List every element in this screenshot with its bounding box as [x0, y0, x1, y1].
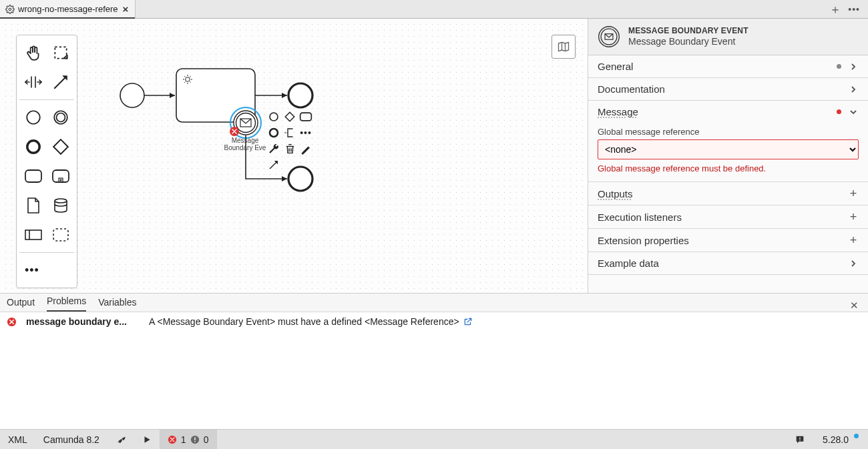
problem-source: message boundary e... [26, 316, 140, 327]
properties-header: MESSAGE BOUNDARY EVENT Message Boundary … [588, 19, 868, 55]
ctx-task[interactable] [298, 109, 314, 125]
svg-rect-23 [300, 113, 312, 121]
tab-variables[interactable]: Variables [98, 294, 136, 312]
section-ext-props[interactable]: Extension properties + [588, 229, 868, 252]
svg-rect-31 [194, 437, 195, 440]
svg-point-25 [599, 27, 620, 47]
error-icon [7, 317, 17, 327]
message-event-icon [598, 25, 620, 48]
ctx-gateway[interactable] [282, 109, 298, 125]
chevron-right-icon [848, 61, 859, 72]
status-dot-icon [837, 64, 841, 69]
section-exec-listeners[interactable]: Execution listeners + [588, 205, 868, 228]
bottom-tabs: Output Problems Variables ✕ [0, 294, 868, 312]
svg-rect-32 [194, 441, 195, 442]
tab-overflow-menu[interactable]: ••• [848, 4, 860, 15]
ctx-color[interactable] [298, 141, 314, 157]
svg-rect-33 [799, 437, 800, 439]
problems-list: message boundary e... A <Message Boundar… [0, 312, 868, 429]
gear-icon [5, 5, 15, 14]
status-deploy[interactable] [107, 430, 134, 449]
diagram-canvas[interactable]: ••• [0, 19, 588, 293]
svg-point-26 [601, 29, 617, 45]
tab-diagram[interactable]: wrong-no-message-refere × [0, 0, 136, 18]
status-platform[interactable]: Camunda 8.2 [35, 430, 107, 449]
properties-panel: MESSAGE BOUNDARY EVENT Message Boundary … [588, 19, 868, 293]
status-problems[interactable]: 1 0 [160, 430, 218, 449]
chevron-right-icon [848, 83, 859, 95]
status-version[interactable]: 5.28.0 [813, 430, 868, 449]
external-link-icon[interactable] [463, 317, 473, 326]
new-tab-button[interactable]: ＋ [829, 3, 841, 15]
svg-point-0 [9, 8, 11, 11]
svg-point-18 [236, 113, 256, 133]
close-icon[interactable]: ✕ [850, 300, 861, 312]
problem-message: A <Message Boundary Event> must have a d… [149, 316, 861, 327]
app-tabbar: wrong-no-message-refere × ＋ ••• [0, 0, 868, 19]
svg-point-15 [288, 83, 312, 107]
field-label-message-ref: Global message reference [598, 125, 859, 139]
svg-point-22 [270, 113, 278, 121]
ctx-annotation[interactable] [282, 125, 298, 141]
problem-row[interactable]: message boundary e... A <Message Boundar… [0, 312, 868, 331]
feedback-icon [795, 434, 805, 445]
add-listener-button[interactable]: + [848, 211, 859, 223]
status-bar: XML Camunda 8.2 1 0 5.28.0 [0, 429, 868, 449]
tab-label: wrong-no-message-refere [18, 4, 118, 14]
tab-output[interactable]: Output [7, 294, 35, 312]
properties-eyebrow: MESSAGE BOUNDARY EVENT [628, 26, 748, 35]
add-output-button[interactable]: + [848, 187, 859, 199]
ctx-more[interactable]: ••• [298, 125, 314, 141]
status-feedback[interactable] [787, 430, 813, 449]
rocket-icon [116, 434, 126, 445]
section-message[interactable]: Message [588, 101, 868, 123]
section-documentation[interactable]: Documentation [588, 78, 868, 100]
add-ext-prop-button[interactable]: + [848, 234, 859, 246]
ctx-delete[interactable] [282, 141, 298, 157]
ctx-start-event[interactable] [266, 109, 282, 125]
chevron-right-icon [848, 258, 859, 269]
error-icon [168, 435, 177, 444]
message-reference-select[interactable]: <none> [598, 139, 859, 159]
status-run[interactable] [134, 430, 160, 449]
tab-problems[interactable]: Problems [47, 292, 86, 312]
validation-error-text: Global message reference must be defined… [598, 159, 859, 175]
play-icon [142, 435, 152, 444]
section-example-data[interactable]: Example data [588, 252, 868, 274]
context-pad: ••• [266, 109, 314, 173]
chevron-down-icon [848, 106, 859, 117]
ctx-end-event[interactable] [266, 125, 282, 141]
ctx-connect[interactable] [266, 157, 282, 173]
properties-title: Message Boundary Event [628, 36, 748, 47]
svg-rect-34 [799, 440, 800, 440]
close-icon[interactable]: × [122, 4, 130, 14]
ctx-wrench[interactable] [266, 141, 282, 157]
status-xml[interactable]: XML [0, 430, 35, 449]
svg-point-12 [120, 83, 144, 107]
error-dot-icon [837, 109, 841, 114]
warning-icon [190, 435, 200, 444]
svg-point-24 [270, 129, 278, 137]
update-dot-icon [854, 434, 859, 438]
section-general[interactable]: General [588, 55, 868, 77]
section-outputs[interactable]: Outputs + [588, 182, 868, 205]
